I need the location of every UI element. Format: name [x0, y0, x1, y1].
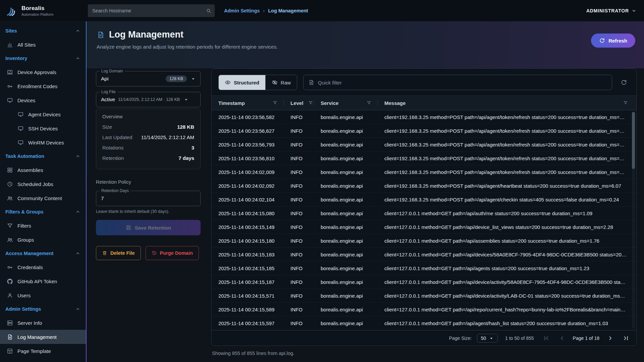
page-size-select[interactable]: 50 [477, 334, 498, 343]
sidebar-item-devices[interactable]: Devices [0, 93, 86, 107]
sidebar-item-ssh-devices[interactable]: SSH Devices [0, 121, 86, 135]
table-row[interactable]: 2025-11-14 00:23:56,810 INFO borealis.en… [212, 152, 636, 165]
table-row[interactable]: 2025-11-14 00:24:02,092 INFO borealis.en… [212, 179, 636, 193]
table-row[interactable]: 2025-11-14 00:24:15,183 INFO borealis.en… [212, 248, 636, 261]
monitor-icon [6, 97, 13, 104]
overview-row-last-updated: Last Updated 11/14/2025, 2:12:12 AM [102, 134, 194, 140]
sidebar-section-filters-groups[interactable]: Filters & Groups [0, 205, 86, 219]
sidebar-item-agent-devices[interactable]: Agent Devices [0, 107, 86, 121]
table-row[interactable]: 2025-11-14 00:24:02,009 INFO borealis.en… [212, 165, 636, 179]
level-cell: INFO [284, 156, 314, 161]
refresh-icon [599, 38, 605, 44]
sidebar-section-admin-settings[interactable]: Admin Settings [0, 302, 86, 316]
sidebar-item-scheduled-jobs[interactable]: Scheduled Jobs [0, 177, 86, 191]
last-page-button[interactable] [621, 333, 631, 343]
level-cell: INFO [284, 320, 314, 326]
table-row[interactable]: 2025-11-14 00:24:15,149 INFO borealis.en… [212, 220, 636, 234]
sidebar-section-access-management[interactable]: Access Management [0, 247, 86, 260]
sidebar-item-server-info[interactable]: Server Info [0, 316, 86, 330]
brand[interactable]: Borealis Automation Platform [0, 4, 86, 18]
sidebar-section-sites[interactable]: Sites [0, 24, 86, 38]
sidebar-section-task-automation[interactable]: Task Automation [0, 149, 86, 163]
timestamp-cell: 2025-11-14 00:24:15,183 [212, 252, 284, 257]
level-cell: INFO [284, 114, 314, 120]
sidebar-item-page-template[interactable]: Page Template [0, 344, 86, 358]
user-menu-button[interactable]: ADMINISTRATOR [586, 8, 637, 13]
quick-filter-input[interactable] [318, 80, 607, 85]
level-filter-button[interactable] [307, 99, 315, 107]
sidebar-item-credentials[interactable]: Credentials [0, 260, 86, 274]
service-cell: borealis.engine.api [314, 156, 378, 161]
sidebar-item-groups[interactable]: Groups [0, 233, 86, 247]
save-icon [125, 225, 131, 231]
table-row[interactable]: 2025-11-14 00:24:15,571 INFO borealis.en… [212, 289, 636, 303]
sidebar-item-filters[interactable]: Filters [0, 219, 86, 233]
service-cell: borealis.engine.api [314, 224, 378, 230]
monitor-icon [17, 139, 24, 146]
sidebar-item-community-content[interactable]: Community Content [0, 191, 86, 205]
sidebar-section-inventory[interactable]: Inventory [0, 52, 86, 65]
service-cell: borealis.engine.api [314, 128, 378, 134]
timestamp-filter-button[interactable] [271, 99, 279, 107]
breadcrumb-admin-settings[interactable]: Admin Settings [224, 8, 260, 13]
sidebar-item-winrm-devices[interactable]: WinRM Devices [0, 135, 86, 149]
service-cell: borealis.engine.api [314, 238, 378, 244]
sidebar-item-github-api-token[interactable]: GitHub API Token [0, 274, 86, 288]
save-retention-button[interactable]: Save Retention [96, 220, 201, 235]
search-input[interactable] [88, 4, 215, 17]
chevron-up-icon [75, 251, 80, 256]
previous-page-button[interactable] [557, 333, 567, 343]
raw-view-toggle[interactable]: Raw [265, 75, 297, 90]
level-cell: INFO [284, 279, 314, 285]
table-scrollbar[interactable] [632, 112, 635, 329]
sidebar-item-enrollment-codes[interactable]: Enrollment Codes [0, 79, 86, 93]
search-icon [206, 8, 211, 13]
service-cell: borealis.engine.api [314, 265, 378, 271]
first-page-button[interactable] [541, 333, 551, 343]
breadcrumb-log-management[interactable]: Log Management [268, 8, 308, 13]
service-filter-button[interactable] [365, 99, 373, 107]
table-row[interactable]: 2025-11-14 00:24:15,187 INFO borealis.en… [212, 275, 636, 289]
table-row[interactable]: 2025-11-14 00:24:15,589 INFO borealis.en… [212, 303, 636, 316]
sidebar-item-assemblies[interactable]: Assemblies [0, 163, 86, 177]
message-cell: client=127.0.0.1 method=GET path=/api/ag… [378, 320, 636, 326]
log-domain-size-badge: 128 KB [166, 75, 187, 82]
table-row[interactable]: 2025-11-14 00:24:15,597 INFO borealis.en… [212, 316, 636, 330]
page-header: Log Management Analyze engine logs and a… [87, 21, 644, 68]
level-cell: INFO [284, 183, 314, 189]
retention-days-input[interactable] [101, 195, 196, 201]
table-row[interactable]: 2025-11-14 00:24:02,104 INFO borealis.en… [212, 193, 636, 206]
purge-domain-button[interactable]: Purge Domain [146, 246, 199, 260]
sidebar-item-users[interactable]: Users [0, 288, 86, 302]
message-cell: client=192.168.3.25 method=POST path=/ap… [378, 128, 636, 134]
next-page-button[interactable] [605, 333, 615, 343]
chevron-up-icon [75, 28, 80, 34]
message-filter-button[interactable] [622, 99, 630, 107]
level-cell: INFO [284, 307, 314, 312]
table-row[interactable]: 2025-11-14 00:24:15,080 INFO borealis.en… [212, 206, 636, 220]
sidebar-item-log-management[interactable]: Log Management [0, 330, 86, 344]
sidebar-item-device-approvals[interactable]: Device Approvals [0, 65, 86, 79]
log-file-select[interactable]: Log File Active 11/14/2025, 2:12:12 AM ·… [96, 92, 201, 107]
table-scrollbar-thumb[interactable] [632, 112, 635, 169]
refresh-button[interactable]: Refresh [591, 34, 635, 48]
chevron-up-icon [75, 154, 80, 159]
funnel-icon [308, 101, 313, 105]
table-row[interactable]: 2025-11-14 00:23:56,793 INFO borealis.en… [212, 138, 636, 152]
next-page-icon [607, 335, 614, 342]
sidebar-item-all-sites[interactable]: All Sites [0, 38, 86, 52]
service-cell: borealis.engine.api [314, 169, 378, 175]
service-cell: borealis.engine.api [314, 279, 378, 285]
chevron-down-icon [631, 8, 637, 13]
funnel-icon [367, 101, 371, 105]
monitor-icon [17, 111, 24, 118]
log-domain-select[interactable]: Log Domain Api 128 KB [96, 71, 201, 86]
table-refresh-button[interactable] [618, 77, 630, 88]
table-row[interactable]: 2025-11-14 00:23:56,627 INFO borealis.en… [212, 124, 636, 138]
breadcrumb-separator: › [263, 8, 265, 13]
table-row[interactable]: 2025-11-14 00:23:56,582 INFO borealis.en… [212, 110, 636, 124]
table-row[interactable]: 2025-11-14 00:24:15,180 INFO borealis.en… [212, 234, 636, 248]
structured-view-toggle[interactable]: Structured [219, 75, 265, 90]
delete-file-button[interactable]: Delete File [96, 246, 141, 260]
table-row[interactable]: 2025-11-14 00:24:15,185 INFO borealis.en… [212, 261, 636, 275]
